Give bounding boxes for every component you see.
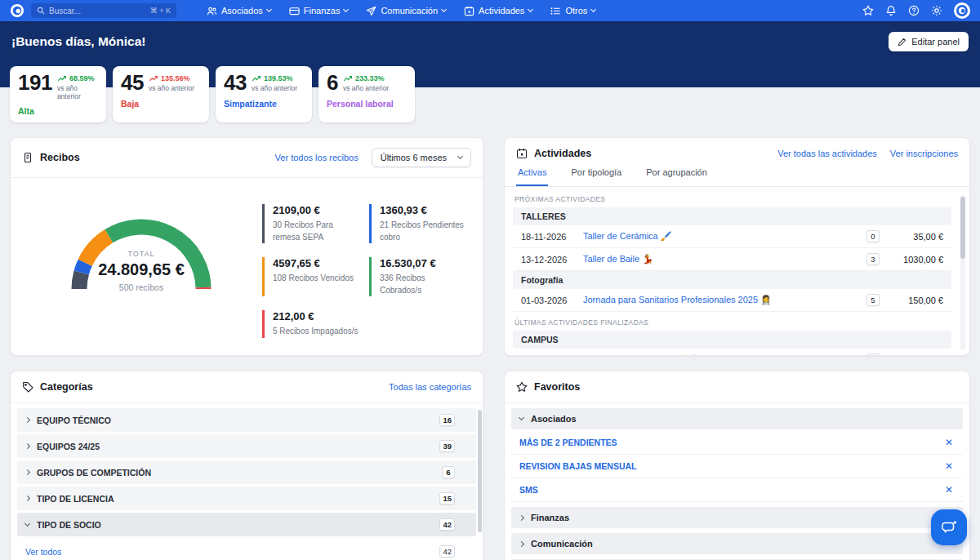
chevron-right-icon	[519, 514, 524, 520]
kpi-trend: 139.53%	[264, 74, 293, 82]
category-link[interactable]: Ver todos	[25, 547, 61, 557]
search-shortcut: ⌘ + K	[150, 7, 171, 15]
favorites-group-asociados[interactable]: Asociados	[511, 408, 963, 429]
chat-icon	[940, 518, 958, 536]
tab-por-tipologia[interactable]: Por tipología	[569, 161, 623, 186]
activity-link[interactable]: Jornada para Sanitarios Profesionales 20…	[583, 295, 866, 305]
actividades-title: Actividades	[534, 148, 591, 159]
activity-link[interactable]: Campus Musical 2025 🎷🎸	[583, 354, 866, 356]
stat-vencidos: 4597,65 € 108 Recibos Vencidos	[262, 257, 361, 296]
global-search[interactable]: ⌘ + K	[31, 3, 176, 18]
stat-value: 16.530,07 €	[380, 257, 468, 269]
stat-label: 108 Recibos Vencidos	[273, 273, 361, 285]
trending-up-icon	[149, 75, 158, 82]
stat-value: 212,00 €	[273, 310, 361, 322]
category-subrow[interactable]: Ver todos 42	[19, 539, 474, 560]
kpi-subtitle: vs año anterior	[57, 84, 98, 100]
kpi-card-simpatizante[interactable]: 43 139.53% vs año anterior Simpatizante	[216, 66, 312, 122]
tag-icon	[22, 381, 33, 393]
category-row[interactable]: GRUPOS DE COMPETICIÓN 6	[17, 460, 476, 484]
favorite-link[interactable]: REVISION BAJAS MENSUAL	[519, 461, 637, 471]
remove-favorite-icon[interactable]: ✕	[943, 485, 955, 495]
activity-link[interactable]: Taller de Cerámica 🖌️	[583, 231, 866, 242]
kpi-card-alta[interactable]: 191 68.59% vs año anterior Alta	[10, 66, 106, 122]
kpi-subtitle: vs año anterior	[252, 84, 297, 92]
favorites-group-comunicacion[interactable]: Comunicación	[511, 533, 963, 554]
chevron-down-icon	[519, 415, 524, 420]
menu-actividades[interactable]: Actividades	[455, 6, 541, 16]
kpi-card-baja[interactable]: 45 135.56% vs año anterior Baja	[113, 66, 209, 122]
main-menu: Asociados Finanzas Comunicación Activida…	[198, 6, 604, 16]
gauge-total-value: 24.809,65 €	[22, 260, 261, 279]
gear-icon[interactable]	[931, 5, 942, 16]
user-avatar[interactable]	[954, 2, 970, 19]
category-label: EQUIPO TÉCNICO	[37, 416, 111, 425]
chevron-down-icon	[24, 520, 30, 526]
activity-row: 01-03-2026 Jornada para Sanitarios Profe…	[513, 289, 951, 312]
app-logo-icon[interactable]	[10, 3, 24, 18]
card-icon	[289, 6, 300, 16]
star-icon[interactable]	[862, 5, 874, 16]
categorias-panel: Categorías Todas las categorías EQUIPO T…	[10, 371, 483, 560]
actividades-inscriptions-link[interactable]: Ver inscripciones	[890, 149, 958, 158]
search-input[interactable]	[49, 7, 146, 16]
chevron-down-icon	[528, 7, 533, 12]
bell-icon[interactable]	[885, 5, 897, 16]
favorite-link[interactable]: SMS	[519, 485, 538, 495]
activity-price: 1030,00 €	[893, 255, 943, 264]
menu-finanzas[interactable]: Finanzas	[280, 6, 358, 16]
kpi-subtitle: vs año anterior	[149, 84, 194, 92]
scrollbar-track[interactable]	[960, 195, 965, 350]
category-label: TIPO DE SOCIO	[37, 520, 101, 530]
trending-up-icon	[252, 75, 261, 82]
stat-value: 1360,93 €	[380, 204, 468, 216]
tab-por-agrupacion[interactable]: Por agrupación	[644, 161, 709, 186]
favorites-group-finanzas[interactable]: Finanzas	[511, 507, 963, 528]
scrollbar-thumb[interactable]	[960, 197, 965, 259]
recibos-view-all-link[interactable]: Ver todos los recibos	[275, 153, 359, 162]
category-row[interactable]: EQUIPOS 24/25 39	[17, 434, 476, 458]
menu-comunicacion[interactable]: Comunicación	[357, 6, 455, 16]
calendar-icon	[516, 148, 528, 159]
stat-pendientes-cobro: 1360,93 € 21 Recibos Pendientes cobro	[369, 204, 468, 243]
favorites-group-label: Finanzas	[531, 513, 569, 522]
help-icon[interactable]	[908, 5, 920, 16]
category-count-badge: 42	[439, 518, 455, 531]
activity-price: 0,00 €	[893, 355, 943, 357]
edit-panel-button[interactable]: Editar panel	[889, 32, 969, 51]
category-row[interactable]: TIPO DE LICENCIA 15	[17, 487, 476, 510]
category-row[interactable]: EQUIPO TÉCNICO 16	[17, 408, 476, 432]
remove-favorite-icon[interactable]: ✕	[943, 438, 955, 447]
kpi-card-personal-laboral[interactable]: 6 233.33% vs año anterior Personal labor…	[318, 66, 415, 122]
activity-link[interactable]: Taller de Baile 💃	[583, 254, 866, 264]
stat-label: 21 Recibos Pendientes cobro	[380, 220, 468, 243]
tab-activas[interactable]: Activas	[516, 161, 548, 186]
group-header-talleres: TALLERES	[513, 207, 951, 225]
category-label: EQUIPOS 24/25	[37, 442, 100, 451]
menu-asociados[interactable]: Asociados	[198, 6, 280, 16]
recibos-period-select[interactable]: Últimos 6 meses	[372, 148, 471, 167]
chevron-right-icon	[24, 417, 30, 423]
remove-favorite-icon[interactable]: ✕	[943, 461, 955, 471]
gauge-total-label: TOTAL	[22, 250, 261, 258]
scrollbar-thumb[interactable]	[478, 410, 482, 532]
favoritos-title: Favoritos	[534, 381, 580, 393]
recibos-gauge-chart: TOTAL 24.809,65 € 500 recibos	[22, 181, 261, 338]
chat-fab-button[interactable]	[931, 509, 967, 545]
category-row-expanded[interactable]: TIPO DE SOCIO 42	[17, 513, 476, 536]
kpi-value: 6	[327, 73, 338, 93]
star-icon	[516, 381, 528, 393]
category-count-badge: 15	[439, 492, 455, 504]
actividades-tabs: Activas Por tipología Por agrupación	[505, 161, 969, 187]
greeting-title: ¡Buenos días, Mónica!	[11, 34, 146, 49]
categorias-view-all-link[interactable]: Todas las categorías	[389, 382, 471, 392]
activity-price: 150,00 €	[893, 296, 943, 305]
gauge-total-sub: 500 recibos	[22, 282, 261, 292]
menu-otros[interactable]: Otros	[541, 6, 604, 16]
actividades-view-all-link[interactable]: Ver todas las actividades	[777, 149, 877, 158]
pencil-icon	[898, 38, 906, 47]
chevron-down-icon	[266, 7, 272, 12]
activity-price: 35,00 €	[893, 232, 943, 242]
receipt-icon	[22, 152, 33, 163]
favorite-link[interactable]: MÁS DE 2 PENDIENTES	[519, 438, 617, 447]
